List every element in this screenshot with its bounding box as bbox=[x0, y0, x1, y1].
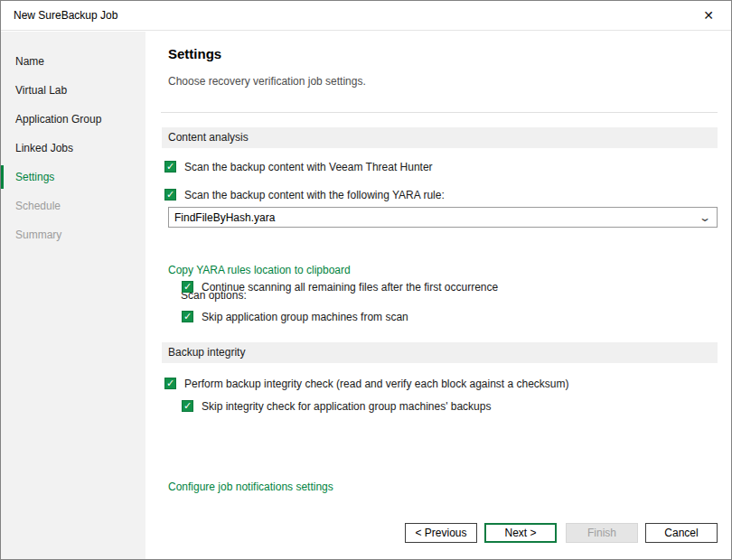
sidebar-item-settings[interactable]: Settings bbox=[1, 163, 145, 191]
sidebar-item-summary: Summary bbox=[1, 220, 145, 249]
cancel-button[interactable]: Cancel bbox=[645, 523, 718, 543]
yara-rule-selected-value: FindFileByHash.yara bbox=[174, 211, 700, 224]
backup-integrity-header: Backup integrity bbox=[162, 342, 718, 363]
configure-notifications-link[interactable]: Configure job notifications settings bbox=[168, 481, 333, 493]
page-subtitle: Choose recovery verification job setting… bbox=[168, 75, 366, 88]
checked-checkbox-icon[interactable]: ✓ bbox=[182, 400, 193, 412]
new-surebackup-job-dialog: New SureBackup Job ✕ Name Virtual Lab Ap… bbox=[0, 0, 732, 560]
perform-integrity-check-checkbox-row[interactable]: ✓ Perform backup integrity check (read a… bbox=[164, 378, 569, 390]
wizard-footer: < Previous Next > Finish Cancel bbox=[405, 523, 718, 543]
previous-button[interactable]: < Previous bbox=[405, 523, 477, 543]
step-label: Schedule bbox=[15, 200, 61, 212]
sidebar-item-schedule: Schedule bbox=[1, 191, 145, 220]
checked-checkbox-icon[interactable]: ✓ bbox=[164, 189, 176, 201]
active-step-indicator bbox=[1, 165, 4, 189]
next-button[interactable]: Next > bbox=[484, 523, 557, 543]
step-label: Application Group bbox=[15, 113, 101, 126]
threat-hunter-label: Scan the backup content with Veeam Threa… bbox=[184, 161, 433, 173]
copy-yara-location-link[interactable]: Copy YARA rules location to clipboard bbox=[168, 264, 351, 276]
skip-integrity-check-checkbox-row[interactable]: ✓ Skip integrity check for application g… bbox=[182, 400, 491, 413]
sidebar-item-application-group[interactable]: Application Group bbox=[1, 105, 145, 134]
yara-label: Scan the backup content with the followi… bbox=[184, 189, 445, 201]
wizard-steps-sidebar: Name Virtual Lab Application Group Linke… bbox=[1, 32, 145, 559]
step-label: Linked Jobs bbox=[15, 142, 73, 154]
yara-checkbox-row[interactable]: ✓ Scan the backup content with the follo… bbox=[164, 189, 445, 201]
divider bbox=[161, 112, 718, 113]
checked-checkbox-icon[interactable]: ✓ bbox=[182, 281, 193, 293]
page-title: Settings bbox=[168, 46, 221, 61]
sidebar-item-virtual-lab[interactable]: Virtual Lab bbox=[1, 76, 145, 105]
title-bar: New SureBackup Job ✕ bbox=[1, 1, 731, 31]
close-icon[interactable]: ✕ bbox=[695, 1, 722, 30]
yara-rule-dropdown[interactable]: FindFileByHash.yara ⌄ bbox=[168, 207, 718, 228]
skip-app-group-scan-checkbox-row[interactable]: ✓ Skip application group machines from s… bbox=[182, 311, 408, 323]
checked-checkbox-icon[interactable]: ✓ bbox=[164, 378, 176, 389]
skip-app-group-scan-label: Skip application group machines from sca… bbox=[202, 311, 408, 323]
perform-integrity-check-label: Perform backup integrity check (read and… bbox=[184, 378, 569, 390]
step-label: Settings bbox=[15, 171, 54, 183]
step-label: Summary bbox=[15, 229, 61, 241]
sidebar-item-linked-jobs[interactable]: Linked Jobs bbox=[1, 134, 145, 163]
checked-checkbox-icon[interactable]: ✓ bbox=[182, 311, 193, 322]
content-analysis-header: Content analysis bbox=[162, 127, 718, 148]
continue-scanning-checkbox-row[interactable]: ✓ Continue scanning all remaining files … bbox=[182, 281, 498, 294]
step-label: Name bbox=[15, 55, 44, 68]
window-title: New SureBackup Job bbox=[1, 9, 117, 22]
sidebar-item-name[interactable]: Name bbox=[1, 47, 145, 76]
finish-button: Finish bbox=[566, 523, 638, 543]
settings-page: Settings Choose recovery verification jo… bbox=[145, 32, 731, 559]
chevron-down-icon: ⌄ bbox=[699, 213, 711, 222]
skip-integrity-check-label: Skip integrity check for application gro… bbox=[202, 400, 491, 413]
step-label: Virtual Lab bbox=[15, 84, 67, 97]
continue-scanning-label: Continue scanning all remaining files af… bbox=[202, 281, 498, 294]
checked-checkbox-icon[interactable]: ✓ bbox=[164, 161, 176, 173]
threat-hunter-checkbox-row[interactable]: ✓ Scan the backup content with Veeam Thr… bbox=[164, 161, 433, 173]
